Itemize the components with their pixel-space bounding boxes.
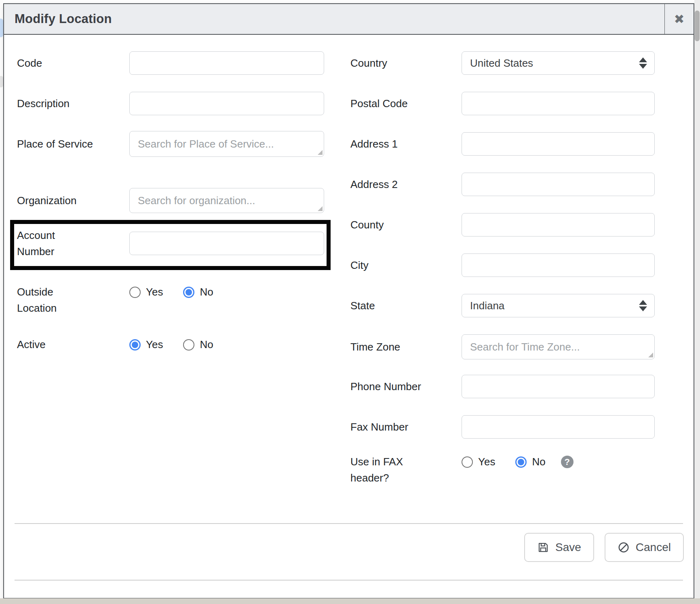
state-label: State — [350, 298, 462, 314]
radio-unchecked-icon — [183, 339, 194, 351]
description-input[interactable] — [129, 92, 324, 115]
county-input[interactable] — [462, 213, 655, 237]
city-input[interactable] — [462, 253, 655, 277]
radio-checked-icon — [183, 287, 194, 298]
use-in-fax-header-no-option[interactable]: No — [515, 454, 545, 470]
address2-input[interactable] — [462, 173, 655, 196]
time-zone-label: Time Zone — [350, 339, 462, 355]
active-no-option[interactable]: No — [183, 336, 213, 353]
country-selected-value: United States — [470, 57, 533, 70]
save-button[interactable]: Save — [524, 533, 594, 562]
place-of-service-search-input[interactable] — [129, 131, 324, 157]
radio-checked-icon — [129, 339, 141, 351]
save-button-label: Save — [555, 541, 581, 554]
organization-label: Organization — [17, 192, 129, 209]
close-button[interactable]: ✖ — [664, 4, 694, 34]
background-fragment — [0, 19, 3, 37]
code-label: Code — [17, 55, 129, 71]
modify-location-dialog: Modify Location ✖ Code Description Place… — [3, 3, 694, 599]
organization-search-input[interactable] — [129, 188, 324, 213]
radio-option-label: Yes — [146, 336, 163, 353]
radio-option-label: No — [200, 284, 213, 300]
use-in-fax-header-yes-option[interactable]: Yes — [462, 454, 495, 470]
page-scrollbar-thumb[interactable] — [695, 11, 700, 41]
time-zone-search-input[interactable] — [462, 334, 655, 359]
select-updown-arrows-icon — [639, 300, 647, 311]
use-in-fax-header-label: Use in FAX header? — [350, 454, 462, 486]
outside-location-radio-group: Yes No — [129, 284, 213, 300]
postal-code-input[interactable] — [462, 92, 655, 115]
page-background-bottom — [0, 598, 700, 604]
help-icon[interactable]: ? — [561, 456, 573, 468]
active-label: Active — [17, 336, 129, 353]
dialog-title: Modify Location — [4, 12, 112, 26]
page-background-left — [0, 0, 3, 598]
cancel-slash-circle-icon — [618, 541, 630, 553]
radio-option-label: Yes — [146, 284, 163, 300]
cancel-button[interactable]: Cancel — [605, 533, 684, 562]
screen: Modify Location ✖ Code Description Place… — [0, 0, 700, 604]
fax-number-label: Fax Number — [350, 419, 462, 435]
dialog-header: Modify Location ✖ — [4, 4, 694, 35]
background-fragment — [0, 76, 3, 87]
description-label: Description — [17, 95, 129, 112]
outside-location-no-option[interactable]: No — [183, 284, 213, 300]
footer-buttons: Save Cancel — [524, 533, 684, 562]
radio-option-label: Yes — [478, 454, 495, 470]
save-floppy-icon — [537, 541, 549, 553]
radio-option-label: No — [200, 336, 213, 353]
address1-label: Address 1 — [350, 136, 462, 152]
state-select[interactable]: Indiana — [462, 294, 655, 317]
outside-location-label: Outside Location — [17, 284, 129, 316]
code-input[interactable] — [129, 51, 324, 75]
radio-option-label: No — [532, 454, 545, 470]
place-of-service-label: Place of Service — [17, 136, 129, 152]
active-yes-option[interactable]: Yes — [129, 336, 163, 353]
page-scrollbar-track[interactable] — [694, 0, 700, 599]
use-in-fax-header-radio-group: Yes No — [462, 454, 546, 470]
select-updown-arrows-icon — [639, 57, 647, 69]
radio-checked-icon — [515, 456, 527, 468]
cancel-button-label: Cancel — [636, 541, 671, 554]
country-label: Country — [350, 55, 462, 71]
postal-code-label: Postal Code — [350, 95, 462, 112]
active-radio-group: Yes No — [129, 336, 213, 353]
state-selected-value: Indiana — [470, 300, 504, 312]
close-icon: ✖ — [674, 13, 685, 25]
phone-number-label: Phone Number — [350, 378, 462, 395]
radio-unchecked-icon — [129, 287, 141, 298]
country-select[interactable]: United States — [462, 51, 655, 75]
fax-number-input[interactable] — [462, 415, 655, 439]
account-number-label: Account Number — [17, 227, 129, 260]
bottom-divider — [15, 580, 683, 581]
city-label: City — [350, 257, 462, 273]
outside-location-yes-option[interactable]: Yes — [129, 284, 163, 300]
county-label: County — [350, 217, 462, 233]
account-number-input[interactable] — [129, 232, 324, 255]
phone-number-input[interactable] — [462, 375, 655, 398]
radio-unchecked-icon — [462, 456, 473, 468]
footer-divider — [15, 523, 683, 524]
address1-input[interactable] — [462, 132, 655, 156]
address2-label: Address 2 — [350, 176, 462, 192]
